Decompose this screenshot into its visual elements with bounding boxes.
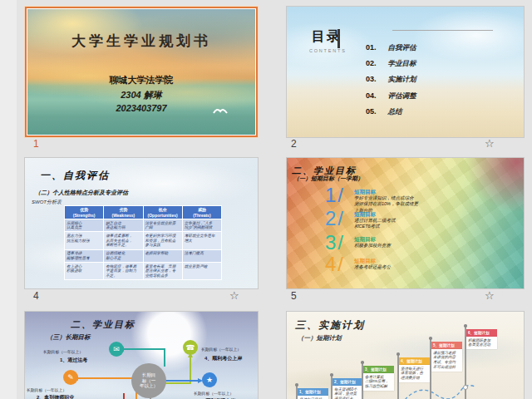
mail-icon: ✉	[113, 345, 120, 353]
toc-item-label: 自我评估	[387, 43, 416, 52]
goal-item-1-number: 1/	[325, 185, 343, 205]
table-row: 有上进心 积极进取 有拖延症，做事易 半途而废，自制力 不足。 家里有长辈、亲朋…	[65, 263, 222, 280]
left-margin-strip	[0, 0, 17, 399]
swot-header-strengths: 优势 (Strengths)	[65, 206, 104, 219]
section-subtitle: （一）短期目标（一学期）	[293, 175, 363, 183]
node-goal: 2、拿到律师职业 资格证	[37, 394, 74, 399]
pole-dot	[429, 337, 432, 340]
node-tag: 长期目标（一年以上）	[194, 391, 234, 396]
table-cell: 就业形势严峻	[182, 263, 221, 280]
flag-body: 每天背诵60个 单词，坚持英 语早读打卡	[332, 386, 363, 399]
toc-item-5: 05. 总结	[366, 102, 401, 112]
mindmap-center-node: 长期目 标（一 年以上）	[131, 363, 166, 398]
connector-line	[124, 348, 165, 350]
table-cell: 法考门槛高	[182, 249, 221, 262]
big-number: 2	[325, 207, 336, 229]
table-cell: 遇事冷静 能够理性思考	[65, 249, 104, 262]
toc-item-4: 04. 评估调整	[366, 86, 416, 96]
slide-number-2: 2	[291, 138, 297, 150]
pole-dot	[330, 373, 333, 377]
flag-title: 5、短期计划	[431, 342, 462, 349]
plan-flag-3: 3、短期计划 备考计算机 二级ms应用， 练习题型精解	[363, 366, 394, 391]
slide-thumbnail-4[interactable]: 一、自我评估 （二）个人性格特点分析及专业评估 SWOT分析表 优势 (Stre…	[25, 158, 258, 288]
toc-subheading: CONTENTS	[309, 48, 347, 53]
slide-thumbnail-7[interactable]: 三、实施计划 （一）短期计划 1、短期计划 坚持每日早起 背诵专业知识 2、短期…	[287, 312, 524, 399]
swot-table: 优势 (Strengths) 劣势 (Weakness) 机会 (Opportu…	[64, 205, 222, 280]
goal-item-2-number: 2/	[325, 209, 343, 229]
table-cell: 缺乏自信 表达能力弱	[104, 219, 143, 232]
mindmap-node-circle: ★	[202, 372, 217, 387]
table-cell: 有更好的学习环境 和资源，且有机会 参与实践	[143, 232, 182, 249]
node-tag: 长期目标（一年以上）	[201, 347, 241, 352]
plan-flag-4: 4、短期计划 坚持每天进行 体育锻炼，合 理消费开销	[399, 357, 430, 382]
toc-item-label: 评估调整	[387, 91, 416, 100]
slide-thumbnail-6[interactable]: 二、学业目标 （三）长期目标 长期目 标（一 年以上） ✉ 长期目标（一年以上）…	[25, 312, 258, 399]
plan-flag-1: 1、短期计划 坚持每日早起 背诵专业知识	[298, 388, 328, 399]
bird-icon	[213, 106, 228, 115]
section-subtitle: （一）短期计划	[298, 334, 342, 342]
presentation-title: 大学生学业规划书	[27, 32, 256, 51]
table-cell: 意志力强 抗压能力较强	[65, 232, 104, 249]
flag-title: 2、短期计划	[332, 378, 363, 386]
pole-dot	[397, 352, 400, 356]
connector-line	[164, 348, 165, 367]
section-title: 一、自我评估	[40, 169, 110, 183]
flag-body: 课前预习老师 未讲授的内容 考试、专业均 不可出现挂科	[431, 349, 462, 372]
toc-horizontal-rule	[392, 30, 493, 31]
toc-item-number: 03.	[366, 75, 384, 83]
star-glyph-icon: ★	[206, 376, 213, 384]
flag-body: 积极踊跃参加 各类竞赛活动	[466, 337, 497, 350]
section-subtitle: （三）长期目标	[47, 333, 91, 342]
section-subtitle: （二）个人性格特点分析及专业评估	[35, 189, 128, 197]
node-tag: 长期目标（一年以上）	[27, 387, 66, 392]
table-row: 意志力强 抗压能力较强 做事优柔寡断， 从而失去机会， 果断性不足。 有更好的学…	[65, 232, 222, 249]
slash-mark: /	[337, 253, 343, 275]
toc-item-label: 实施计划	[387, 75, 416, 83]
class-author: 2304 解琳	[27, 89, 256, 101]
toc-item-number: 04.	[366, 91, 384, 100]
slide-number-5: 5	[291, 290, 297, 302]
table-caption: SWOT分析表	[32, 199, 62, 206]
pole-ring	[463, 385, 468, 390]
table-cell: 容易情绪化 耐心不足	[104, 249, 143, 262]
toc-item-1: 01. 自我评估	[366, 38, 416, 48]
swot-header-threats: 威胁 (Threats)	[182, 206, 221, 219]
table-cell: 有上进心 积极进取	[65, 263, 104, 280]
node-goal: 4、顺利考公上岸	[204, 355, 242, 362]
table-row: 遇事冷静 能够理性思考 容易情绪化 耐心不足 老师同学帮助 法考门槛高	[65, 249, 222, 262]
big-number: 3	[325, 231, 336, 254]
big-number: 1	[325, 184, 336, 206]
swot-header-weakness: 劣势 (Weakness)	[104, 206, 143, 219]
plan-flag-5: 5、短期计划 课前预习老师 未讲授的内容 考试、专业均 不可出现挂科	[431, 342, 462, 372]
slide-thumbnail-5[interactable]: 二、学业目标 （一）短期目标（一学期） 1/ 短期目标 学好专业课知识，绩点或综…	[287, 158, 524, 288]
plan-flag-6: 6、短期计划 积极踊跃参加 各类竞赛活动	[466, 329, 497, 349]
big-number: 4	[325, 253, 336, 275]
toc-item-number: 05.	[366, 107, 384, 116]
swot-header-row: 优势 (Strengths) 劣势 (Weakness) 机会 (Opportu…	[65, 206, 222, 219]
pole-dot	[361, 361, 364, 364]
slash-mark: /	[337, 184, 343, 206]
node-tag: 长期目标（一年以上）	[43, 349, 83, 354]
toc-item-number: 02.	[366, 59, 384, 67]
slide-thumbnail-1[interactable]: 大学生学业规划书 聊城大学法学院 2304 解琳 2023403797	[25, 7, 258, 137]
slash-mark: /	[337, 207, 343, 229]
flag-title: 1、短期计划	[298, 388, 328, 396]
star-icon[interactable]: ☆	[229, 290, 239, 301]
slide-thumbnail-2[interactable]: 目录 CONTENTS 01. 自我评估 02. 学业目标 03. 实施计划 0…	[287, 7, 524, 137]
slide-number-4: 4	[33, 290, 39, 302]
table-cell: 做事优柔寡断， 从而失去机会， 果断性不足。	[104, 232, 143, 249]
table-cell: 老师同学帮助	[143, 249, 182, 262]
flag-body: 坚持每天进行 体育锻炼，合 理消费开销	[399, 365, 430, 383]
flag-title: 4、短期计划	[399, 357, 430, 365]
mindmap-node-circle: ✉	[109, 342, 124, 357]
connector-line	[78, 377, 137, 379]
star-icon[interactable]: ☆	[485, 138, 495, 149]
pole-dot	[464, 324, 467, 328]
table-row: 乐观细心 认真负责 缺乏自信 表达能力弱 法学专业就业前景 广阔 竞争激烈，“人…	[65, 219, 222, 232]
slide-sorter-view: 大学生学业规划书 聊城大学法学院 2304 解琳 2023403797 1 目录…	[0, 0, 532, 399]
pole-dot	[295, 383, 298, 387]
flag-title: 6、短期计划	[466, 329, 497, 337]
star-icon[interactable]: ☆	[485, 290, 495, 301]
toc-item-number: 01.	[366, 43, 384, 52]
pencil-icon: ✎	[67, 373, 74, 382]
